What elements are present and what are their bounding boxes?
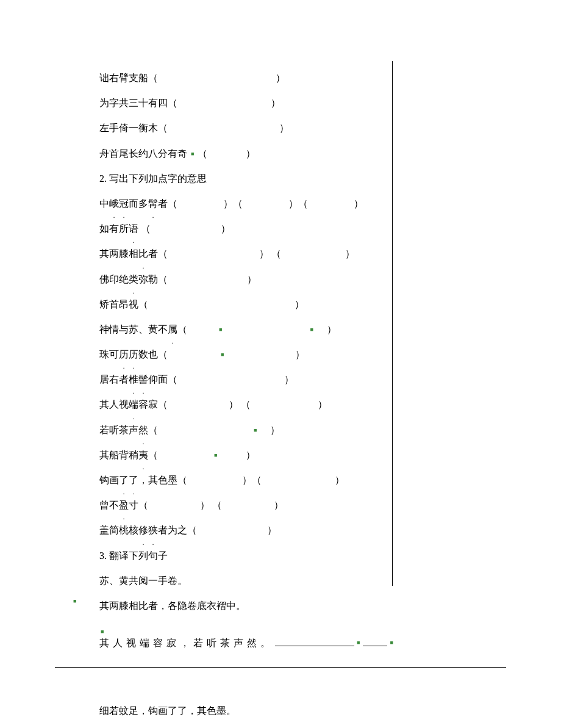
p: ）（ <box>223 198 243 209</box>
p: ） <box>247 274 257 284</box>
emph: 历 <box>119 344 129 365</box>
emph: 端 <box>129 394 138 415</box>
p: ） <box>267 525 277 535</box>
t: 其人视 <box>99 399 129 409</box>
t: 数也（ <box>138 349 168 359</box>
t: 寸（ <box>129 500 148 510</box>
t: 珠可 <box>99 349 119 359</box>
t: 而多 <box>129 198 148 209</box>
p: ） <box>221 223 230 234</box>
t: 其船背稍 <box>99 450 138 460</box>
emph: 椎 <box>129 369 138 390</box>
emph: 比 <box>138 243 148 264</box>
s2-line-5: 矫首昂视（） <box>99 294 392 315</box>
t: 其 人 视 端 容 寂 ， 若 听 茶 声 然 。 <box>99 638 271 648</box>
p: ） <box>284 374 294 384</box>
p: ） <box>246 450 255 460</box>
emph: 夷 <box>138 444 148 466</box>
s2-line-14: 盖简桃核修狭者为之（） <box>99 519 392 541</box>
p: ） <box>295 349 305 359</box>
t: 仰面（ <box>148 374 177 384</box>
emph: 冠 <box>119 193 129 214</box>
vertical-rule <box>392 61 393 586</box>
section-2-heading: 2. 写出下列加点字的意思 <box>99 168 392 189</box>
s1-line-1: 诎右臂支船（ ） <box>99 67 392 88</box>
s2-line-1: 中峨冠而多髯者（）（）（） <box>99 193 392 214</box>
text: 左手倚一衡木（ <box>99 123 168 133</box>
s3-line-3: 其 人 视 端 容 寂 ， 若 听 茶 声 然 。 ■■ <box>99 632 392 654</box>
t: ，其色墨（ <box>138 475 187 485</box>
p: ） <box>327 324 337 334</box>
t: 弥勒（ <box>138 274 168 284</box>
emph: 髻 <box>138 369 148 390</box>
heading-text: 2. 写出下列加点字的意思 <box>99 173 207 184</box>
dot-icon: ■ <box>191 148 194 160</box>
s1-line-2: 为字共三十有四（ ） <box>99 92 392 114</box>
s2-line-2: 如有所语 （） <box>99 218 392 239</box>
answer-blank[interactable] <box>363 646 387 646</box>
p: ） <box>354 198 363 209</box>
emph: 了 <box>129 469 138 491</box>
p: ）（ <box>242 475 262 485</box>
t: 苏、黄共阅一手卷。 <box>99 575 187 586</box>
s2-line-11: 其船背稍夷（■） <box>99 444 392 466</box>
t: 中 <box>99 198 109 209</box>
t: 者（ <box>158 198 177 209</box>
emph: 峨 <box>109 193 119 214</box>
dot-icon: ■ <box>310 324 313 336</box>
t: 容寂（ <box>138 399 168 409</box>
dot-icon: ■ <box>214 450 217 462</box>
p: （ <box>177 324 187 334</box>
p: （ <box>148 425 158 435</box>
t: 其两膝相 <box>99 248 138 259</box>
text: 为字共三十有四（ <box>99 98 177 108</box>
dot-icon: ■ <box>254 425 257 437</box>
t: 其两膝相比者，各隐卷底衣褶中。 <box>99 600 246 611</box>
t: 如有所 <box>99 223 129 234</box>
emph: 修 <box>138 519 148 541</box>
s2-line-10: 若听茶声然（■） <box>99 419 392 441</box>
s3-gm: ■ <box>99 620 392 629</box>
t: 佛印绝 <box>99 274 129 284</box>
dot-icon: ■ <box>221 349 224 361</box>
t: 神情与苏、黄不 <box>99 324 168 334</box>
p: ）（ <box>288 198 308 209</box>
s3-line-4: 细若蚊足，钩画了了，其色墨。 <box>99 700 392 721</box>
p: （ <box>141 223 151 234</box>
bottom-rule <box>55 667 506 668</box>
t: 曾不 <box>99 500 119 510</box>
emph: 历 <box>129 344 138 365</box>
emph: 然 <box>138 419 148 441</box>
dot-icon: ■ <box>219 324 222 336</box>
p: ） <box>274 500 284 510</box>
margin-dot-icon: ■ <box>73 598 76 604</box>
heading-text: 3. 翻译下列句子 <box>99 550 168 561</box>
s2-line-13: 曾不盈寸（） （） <box>99 494 392 516</box>
t: 者为之（ <box>158 525 197 535</box>
emph: 狭 <box>148 519 158 541</box>
dot-icon: ■ <box>390 637 393 649</box>
p: ） <box>345 248 355 259</box>
content-column: 诎右臂支船（ ） 为字共三十有四（ ） 左手倚一衡木（ ） 舟首尾长约八分有奇 … <box>99 67 392 722</box>
close-paren: ） <box>271 98 280 108</box>
t: 钩画 <box>99 475 119 485</box>
close-paren: ） <box>279 123 289 133</box>
s2-line-7: 珠可历历数也（■） <box>99 344 392 365</box>
t: 者（ <box>148 248 168 259</box>
s1-line-3: 左手倚一衡木（ ） <box>99 117 392 139</box>
open-paren: （ <box>198 148 207 159</box>
emph: 语 <box>129 218 138 239</box>
s1-line-4: 舟首尾长约八分有奇 ■ （ ） <box>99 143 392 164</box>
t: 矫首昂视（ <box>99 299 148 309</box>
text: 诎右臂支船（ <box>99 73 158 83</box>
close-paren: ） <box>246 148 255 159</box>
p: ） <box>270 425 280 435</box>
emph: 类 <box>129 268 138 290</box>
p: ） （ <box>200 500 222 510</box>
s2-line-3: 其两膝相比者（） （） <box>99 243 392 264</box>
t: 细若蚊足，钩画了了，其色墨。 <box>99 705 236 716</box>
t: 居右者 <box>99 374 129 384</box>
answer-blank[interactable] <box>275 646 354 646</box>
emph: 属 <box>168 319 177 340</box>
emph: 了 <box>119 469 129 491</box>
